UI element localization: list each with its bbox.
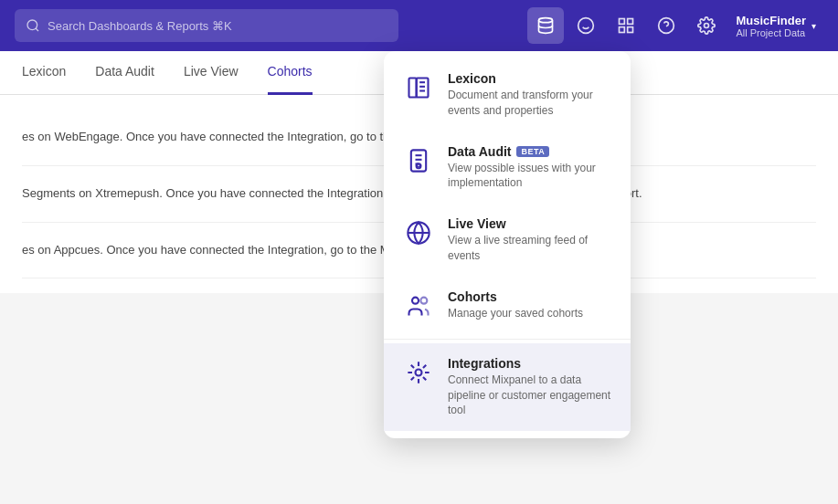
integrations-desc: Connect Mixpanel to a data pipeline or c…	[448, 373, 612, 418]
svg-rect-6	[620, 19, 625, 25]
svg-point-31	[416, 369, 422, 375]
svg-point-3	[578, 18, 594, 34]
beta-badge: BETA	[516, 146, 549, 157]
cohorts-desc: Manage your saved cohorts	[448, 306, 583, 321]
integrations-title: Integrations	[448, 356, 612, 371]
search-placeholder: Search Dashboards & Reports ⌘K	[48, 19, 232, 33]
search-bar[interactable]: Search Dashboards & Reports ⌘K	[15, 9, 398, 42]
svg-rect-13	[409, 79, 417, 98]
gear-icon	[697, 16, 716, 35]
live-view-desc: View a live streaming feed of events	[448, 233, 612, 264]
subnav-data-audit[interactable]: Data Audit	[95, 51, 154, 95]
user-name: MusicFinder	[736, 14, 806, 27]
svg-rect-14	[417, 79, 429, 98]
lexicon-icon	[402, 71, 435, 104]
cohorts-text: Cohorts Manage your saved cohorts	[448, 289, 583, 321]
emoji-icon-button[interactable]	[568, 7, 604, 44]
subnav-lexicon[interactable]: Lexicon	[22, 51, 66, 95]
top-navigation: Search Dashboards & Reports ⌘K	[0, 0, 838, 51]
svg-point-29	[412, 297, 419, 303]
smiley-icon	[577, 16, 595, 35]
grid-icon	[617, 16, 635, 35]
svg-rect-8	[620, 27, 625, 33]
dropdown-menu: Lexicon Document and transform your even…	[384, 51, 631, 438]
live-view-title: Live View	[448, 216, 612, 231]
chevron-down-icon: ▾	[811, 21, 816, 31]
svg-rect-9	[628, 27, 633, 33]
data-audit-icon	[402, 144, 435, 177]
user-subtitle: All Project Data	[736, 27, 806, 38]
svg-point-2	[539, 18, 553, 23]
integrations-text: Integrations Connect Mixpanel to a data …	[448, 356, 612, 418]
search-icon	[26, 18, 40, 33]
svg-rect-7	[628, 19, 633, 25]
integrations-icon	[402, 356, 435, 389]
dropdown-item-live-view[interactable]: Live View View a live streaming feed of …	[384, 204, 631, 277]
lexicon-title: Lexicon	[448, 71, 612, 86]
nav-icon-group: MusicFinder All Project Data ▾	[527, 7, 823, 44]
svg-line-1	[36, 28, 38, 31]
cohorts-title: Cohorts	[448, 289, 583, 304]
svg-point-30	[420, 297, 427, 303]
subnav-live-view[interactable]: Live View	[184, 51, 239, 95]
subnav-cohorts[interactable]: Cohorts	[268, 51, 313, 95]
dropdown-item-data-audit[interactable]: Data Audit BETA View possible issues wit…	[384, 131, 631, 205]
svg-point-12	[705, 24, 709, 28]
lexicon-text: Lexicon Document and transform your even…	[448, 71, 612, 119]
live-view-text: Live View View a live streaming feed of …	[448, 216, 612, 264]
dropdown-item-cohorts[interactable]: Cohorts Manage your saved cohorts	[384, 277, 631, 335]
svg-point-0	[27, 20, 37, 30]
live-view-icon	[402, 216, 435, 249]
database-icon	[536, 16, 555, 35]
help-icon-button[interactable]	[648, 7, 684, 44]
help-icon	[657, 16, 675, 35]
database-icon-button[interactable]	[527, 7, 564, 44]
data-audit-desc: View possible issues with your implement…	[448, 161, 612, 192]
apps-icon-button[interactable]	[608, 7, 644, 44]
data-audit-title: Data Audit BETA	[448, 144, 612, 159]
svg-point-26	[419, 167, 419, 168]
dropdown-item-integrations[interactable]: Integrations Connect Mixpanel to a data …	[384, 343, 631, 431]
dropdown-item-lexicon[interactable]: Lexicon Document and transform your even…	[384, 58, 631, 131]
cohorts-icon	[402, 289, 435, 322]
user-menu[interactable]: MusicFinder All Project Data ▾	[728, 10, 823, 42]
lexicon-desc: Document and transform your events and p…	[448, 88, 612, 119]
settings-icon-button[interactable]	[688, 7, 725, 44]
dropdown-divider	[384, 339, 631, 340]
data-audit-text: Data Audit BETA View possible issues wit…	[448, 144, 612, 192]
